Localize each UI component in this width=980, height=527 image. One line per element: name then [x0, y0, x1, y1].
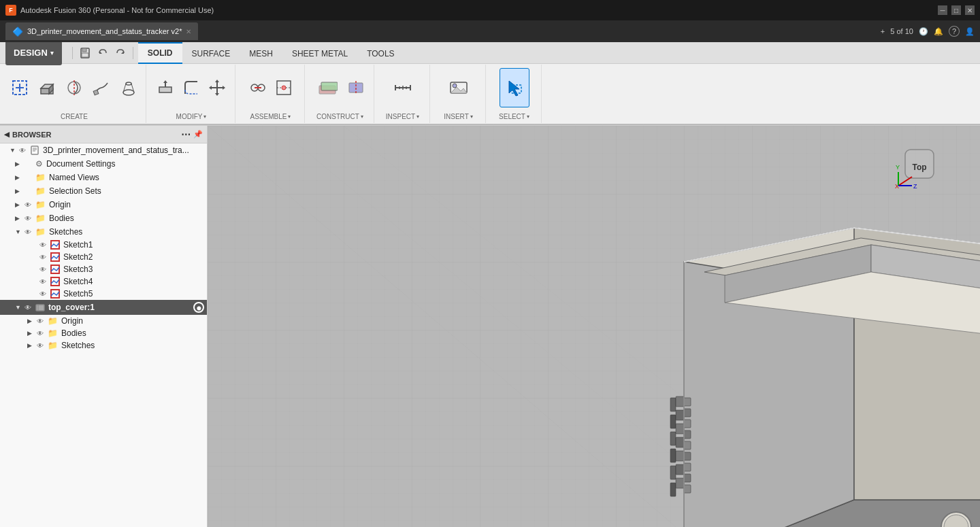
browser-tree: ▼ 👁 3D_printer_movement_and_status_tra..…: [0, 143, 207, 527]
revolve-button[interactable]: [61, 68, 87, 107]
sketch2-eye-icon[interactable]: 👁: [39, 254, 49, 261]
svg-rect-95: [684, 485, 691, 493]
tree-item-root[interactable]: ▼ 👁 3D_printer_movement_and_status_tra..…: [0, 143, 207, 157]
svg-rect-84: [676, 451, 684, 461]
top-cover-eye-icon[interactable]: 👁: [24, 304, 34, 311]
tree-item-tc-origin[interactable]: ▶ 👁 📁 Origin: [0, 315, 207, 327]
new-sketch-button[interactable]: [7, 68, 33, 107]
viewport[interactable]: Top X Y Z: [208, 126, 980, 527]
fillet-button[interactable]: [179, 68, 203, 107]
tc-sketches-eye-icon[interactable]: 👁: [37, 342, 46, 350]
sketch5-eye-icon[interactable]: 👁: [39, 290, 49, 298]
extrude-button[interactable]: [34, 68, 60, 107]
model-svg: [208, 126, 980, 527]
tree-item-selection-sets[interactable]: ▶ 📁 Selection Sets: [0, 184, 207, 198]
press-pull-button[interactable]: [153, 68, 178, 107]
move-icon: [208, 79, 226, 97]
sketch3-eye-icon[interactable]: 👁: [39, 266, 49, 273]
tree-item-bodies[interactable]: ▶ 👁 📁 Bodies: [0, 211, 207, 225]
help-icon[interactable]: ?: [949, 26, 960, 37]
tree-item-sketch1[interactable]: 👁 Sketch1: [0, 239, 207, 251]
tab-tools[interactable]: TOOLS: [357, 42, 404, 64]
tree-item-sketch5[interactable]: 👁 Sketch5: [0, 288, 207, 300]
tree-item-top-cover[interactable]: ▼ 👁 top_cover:1 ⬤: [0, 300, 207, 315]
svg-rect-77: [670, 449, 676, 462]
loft-button[interactable]: [116, 68, 142, 107]
tc-origin-collapse-icon[interactable]: ▶: [27, 318, 35, 324]
selection-sets-collapse-icon[interactable]: ▶: [15, 188, 23, 194]
joint-origin-button[interactable]: [272, 68, 296, 107]
bodies-label: Bodies: [49, 214, 74, 223]
tc-origin-eye-icon[interactable]: 👁: [37, 318, 46, 325]
tab-mesh[interactable]: MESH: [240, 42, 282, 64]
root-collapse-icon[interactable]: ▼: [10, 147, 18, 154]
tree-item-sketch2[interactable]: 👁 Sketch2: [0, 251, 207, 263]
select-button[interactable]: [500, 68, 529, 107]
undo-button[interactable]: [95, 46, 110, 61]
joint-button[interactable]: [246, 68, 270, 107]
sketch4-label: Sketch4: [63, 277, 93, 286]
active-tab[interactable]: 🔷 3D_printer_movement_and_status_tracker…: [5, 22, 198, 40]
tree-item-tc-bodies[interactable]: ▶ 👁 📁 Bodies: [0, 327, 207, 339]
tab-sheet-metal[interactable]: SHEET METAL: [282, 42, 357, 64]
maximize-button[interactable]: □: [951, 5, 961, 15]
tc-bodies-eye-icon[interactable]: 👁: [37, 330, 46, 337]
assemble-group: ASSEMBLE ▾: [237, 65, 305, 123]
save-button[interactable]: [78, 46, 93, 61]
tree-item-sketch4[interactable]: 👁 Sketch4: [0, 275, 207, 288]
minimize-button[interactable]: ─: [938, 5, 947, 15]
offset-plane-button[interactable]: [312, 68, 342, 107]
measure-button[interactable]: [388, 68, 418, 107]
move-button[interactable]: [205, 68, 229, 107]
browser-collapse-icon[interactable]: ◀: [4, 131, 10, 138]
svg-rect-93: [684, 463, 691, 471]
tree-item-sketches[interactable]: ▼ 👁 📁 Sketches: [0, 225, 207, 239]
insert-image-button[interactable]: [444, 68, 474, 107]
doc-settings-collapse-icon[interactable]: ▶: [15, 160, 23, 167]
bell-icon[interactable]: 🔔: [934, 27, 943, 36]
sweep-button[interactable]: [88, 68, 114, 107]
bodies-eye-icon[interactable]: 👁: [24, 215, 34, 222]
sketches-collapse-icon[interactable]: ▼: [15, 228, 23, 235]
tree-item-tc-sketches[interactable]: ▶ 👁 📁 Sketches: [0, 339, 207, 352]
add-tab-button[interactable]: +: [881, 27, 885, 35]
named-views-collapse-icon[interactable]: ▶: [15, 174, 23, 181]
clock-icon[interactable]: 🕐: [919, 27, 928, 36]
axis-indicator[interactable]: Top X Y Z: [892, 139, 946, 194]
sketch1-eye-icon[interactable]: 👁: [39, 241, 49, 249]
svg-rect-91: [684, 441, 691, 449]
tc-sketches-collapse-icon[interactable]: ▶: [27, 342, 35, 349]
tc-bodies-collapse-icon[interactable]: ▶: [27, 330, 35, 337]
midplane-button[interactable]: [344, 68, 368, 107]
profile-icon[interactable]: 👤: [965, 27, 975, 36]
svg-text:Z: Z: [913, 183, 917, 190]
top-cover-collapse-icon[interactable]: ▼: [15, 304, 23, 311]
origin-eye-icon[interactable]: 👁: [24, 201, 34, 209]
tree-item-doc-settings[interactable]: ▶ ⚙ Document Settings: [0, 157, 207, 171]
browser-options-icon[interactable]: ⋯: [181, 129, 191, 140]
construct-label: CONSTRUCT ▾: [316, 113, 363, 120]
svg-point-15: [126, 82, 131, 85]
tab-surface[interactable]: SURFACE: [182, 42, 240, 64]
origin-collapse-icon[interactable]: ▶: [15, 201, 23, 208]
svg-rect-92: [684, 452, 691, 460]
design-button[interactable]: DESIGN ▾: [5, 41, 62, 65]
root-eye-icon[interactable]: 👁: [19, 147, 29, 154]
browser-pin-icon[interactable]: 📌: [193, 130, 203, 139]
tab-solid[interactable]: SOLID: [138, 42, 182, 64]
new-sketch-icon: [10, 78, 29, 97]
fillet-icon: [182, 79, 200, 97]
app-title: Autodesk Fusion 360 (Personal - Not for …: [20, 6, 938, 14]
redo-button[interactable]: [113, 46, 128, 61]
close-button[interactable]: ✕: [965, 5, 975, 15]
sketch4-eye-icon[interactable]: 👁: [39, 278, 49, 286]
sketches-eye-icon[interactable]: 👁: [24, 228, 34, 236]
origin-label: Origin: [49, 200, 71, 209]
tree-item-origin[interactable]: ▶ 👁 📁 Origin: [0, 198, 207, 211]
tree-item-sketch3[interactable]: 👁 Sketch3: [0, 263, 207, 275]
tab-close-icon[interactable]: ✕: [186, 28, 191, 35]
select-cursor-icon: [505, 78, 524, 97]
target-button[interactable]: ⬤: [193, 302, 204, 313]
tree-item-named-views[interactable]: ▶ 📁 Named Views: [0, 171, 207, 184]
bodies-collapse-icon[interactable]: ▶: [15, 215, 23, 222]
